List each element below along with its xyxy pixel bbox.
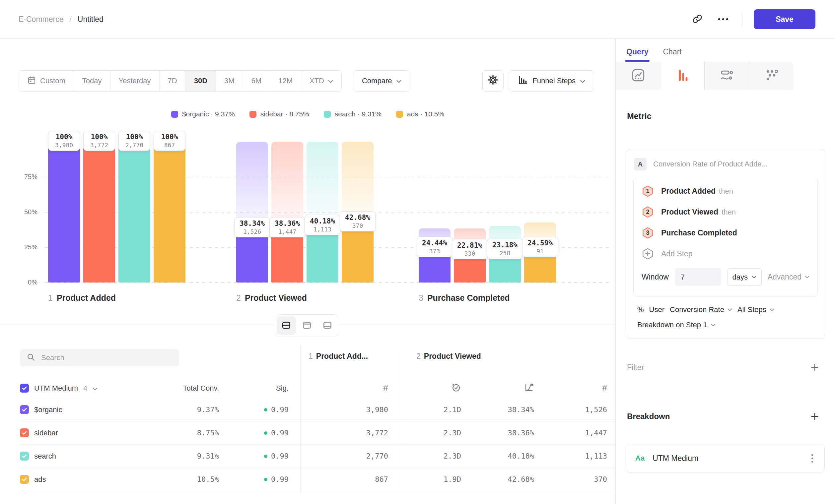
layout-chart-only-button[interactable] <box>297 316 316 335</box>
step2-column-header: 2Product Viewed <box>416 352 481 361</box>
chart-type-line[interactable] <box>616 62 661 90</box>
legend-swatch <box>171 111 178 118</box>
breadcrumb-current[interactable]: Untitled <box>78 15 104 24</box>
add-breakdown-button[interactable] <box>809 411 821 422</box>
funnel-bar-sidebar-step1[interactable] <box>83 142 115 282</box>
bar-value-badge: 100%867 <box>154 131 185 151</box>
funnel-bar-ads-step1[interactable] <box>154 142 185 282</box>
legend-item-sidebar[interactable]: sidebar · 8.75% <box>249 110 309 118</box>
table-row-search[interactable]: search9.31%0.992,7702.3D40.18%1,113 <box>20 445 615 468</box>
tab-chart[interactable]: Chart <box>663 47 681 62</box>
step2-conversion-header[interactable] <box>461 382 534 394</box>
total-conv-cell: 9.37% <box>159 406 219 414</box>
layout-split-icon <box>281 320 291 331</box>
layout-split-button[interactable] <box>277 316 296 335</box>
query-step-3[interactable]: 3Purchase Completed <box>634 223 817 244</box>
breakdown-on-label: Breakdown on Step 1 <box>637 321 707 329</box>
funnel-bar-search-step1[interactable] <box>118 142 150 282</box>
breakdown-section-header: Breakdown <box>627 411 821 422</box>
legend-item-search[interactable]: search · 9.31% <box>324 110 381 118</box>
add-step-label: Add Step <box>661 249 693 258</box>
save-button[interactable]: Save <box>754 9 815 29</box>
breadcrumb-parent[interactable]: E-Commerce <box>19 15 63 24</box>
share-link-button[interactable] <box>690 12 704 27</box>
range-custom[interactable]: Custom <box>19 71 74 91</box>
metric-title: Conversion Rate of Product Adde... <box>653 160 768 168</box>
kebab-menu-icon[interactable] <box>809 452 815 464</box>
search-icon <box>26 353 35 363</box>
chart-settings-button[interactable] <box>482 70 504 92</box>
y-axis-tick: 0% <box>6 278 38 286</box>
group-column-header[interactable]: UTM Medium 4 <box>20 384 159 393</box>
range-xtd[interactable]: XTD <box>301 71 342 91</box>
range-6m[interactable]: 6M <box>243 71 270 91</box>
select-all-checkbox[interactable] <box>20 384 29 393</box>
step1-count-cell: 3,772 <box>300 429 388 437</box>
tab-query[interactable]: Query <box>626 47 648 62</box>
step-hexagon-badge: 2 <box>642 206 654 218</box>
table-column-divider <box>300 344 301 493</box>
sig-cell: 0.99 <box>219 452 289 460</box>
table-search[interactable] <box>20 349 179 366</box>
step1-count-cell: 2,770 <box>300 452 388 460</box>
table-row-organic[interactable]: $organic9.37%0.993,9802.1D38.34%1,526 <box>20 398 615 421</box>
measure-entity[interactable]: User <box>649 305 664 314</box>
total-conv-column-header[interactable]: Total Conv. <box>159 384 219 393</box>
step-label-2: 2Product Viewed <box>236 293 307 303</box>
row-checkbox[interactable] <box>20 452 29 461</box>
row-name: search <box>34 452 56 461</box>
window-value-input[interactable] <box>675 268 721 286</box>
funnel-ghost-bar <box>342 142 374 223</box>
table-row-ads[interactable]: ads10.5%0.998671.9D42.68%370 <box>20 468 615 491</box>
compare-button[interactable]: Compare <box>353 70 410 92</box>
add-step-button[interactable]: Add Step <box>634 244 817 264</box>
measure-prefix: % <box>637 305 644 314</box>
chart-type-retention[interactable] <box>749 62 793 90</box>
breakdown-on-select[interactable]: Breakdown on Step 1 <box>626 314 825 339</box>
range-12m[interactable]: 12M <box>270 71 301 91</box>
measure-scope-select[interactable]: All Steps <box>738 305 774 314</box>
chart-mode-dropdown[interactable]: Funnel Steps <box>509 70 594 92</box>
chart-type-funnel[interactable] <box>661 62 705 90</box>
funnel-bar-ads-step2[interactable] <box>342 223 374 282</box>
step1-count-header[interactable]: # <box>300 383 388 393</box>
row-checkbox[interactable] <box>20 428 29 437</box>
measure-metric-select[interactable]: Conversion Rate <box>670 305 732 314</box>
row-checkbox[interactable] <box>20 405 29 414</box>
window-unit-select[interactable]: days <box>727 268 762 286</box>
more-menu-button[interactable] <box>716 15 731 24</box>
layout-table-only-button[interactable] <box>318 316 337 335</box>
range-today[interactable]: Today <box>74 71 110 91</box>
chevron-down-icon <box>580 76 585 85</box>
search-input[interactable] <box>41 353 173 362</box>
step2-avg-time-header[interactable] <box>400 382 461 394</box>
breakdown-item-card[interactable]: Aa UTM Medium <box>626 444 825 473</box>
chevron-down-icon <box>396 76 401 85</box>
range-3m[interactable]: 3M <box>216 71 243 91</box>
metric-title-row[interactable]: A Conversion Rate of Product Adde... <box>626 149 825 178</box>
range-30d[interactable]: 30D <box>186 71 216 91</box>
step-hexagon-badge: 1 <box>642 185 654 197</box>
advanced-toggle[interactable]: Advanced <box>768 273 809 281</box>
flow-icon <box>719 68 734 84</box>
legend-item-organic[interactable]: $organic · 9.37% <box>171 110 235 118</box>
range-7d[interactable]: 7D <box>159 71 186 91</box>
table-header-columns: UTM Medium 4 Total Conv. Sig. # <box>20 378 615 398</box>
legend-item-ads[interactable]: ads · 10.5% <box>396 110 444 118</box>
step2-count-header[interactable]: # <box>534 383 607 393</box>
query-step-1[interactable]: 1Product Added then <box>634 181 817 202</box>
range-yesterday[interactable]: Yesterday <box>110 71 159 91</box>
funnel-bar-organic-step1[interactable] <box>48 142 80 282</box>
add-filter-button[interactable] <box>809 361 821 373</box>
bar-value-badge: 24.44%373 <box>417 237 453 257</box>
query-step-2[interactable]: 2Product Viewed then <box>634 202 817 223</box>
chart-type-flow[interactable] <box>705 62 749 90</box>
sig-column-header[interactable]: Sig. <box>219 384 289 393</box>
step2-rate-cell: 40.18% <box>461 452 534 460</box>
bar-value-badge: 22.81%330 <box>452 239 488 259</box>
topbar-actions: Save <box>690 9 815 29</box>
table-row-sidebar[interactable]: sidebar8.75%0.993,7722.3D38.36%1,447 <box>20 421 615 445</box>
total-conv-cell: 9.31% <box>159 452 219 460</box>
chevron-down-icon <box>328 76 333 85</box>
row-checkbox[interactable] <box>20 475 29 484</box>
